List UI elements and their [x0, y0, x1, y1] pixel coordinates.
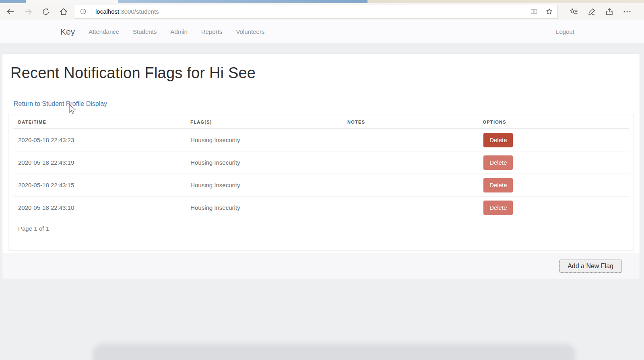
- refresh-button[interactable]: [37, 4, 55, 19]
- more-menu-button[interactable]: [618, 4, 636, 19]
- table-row: 2020-05-18 22:43:23 Housing Insecurity D…: [13, 129, 629, 151]
- back-arrow-icon: [6, 7, 15, 17]
- hub-star-list-icon: [569, 7, 579, 17]
- favorites-hub-button[interactable]: [565, 4, 583, 19]
- logout-link[interactable]: Logout: [556, 28, 574, 35]
- cell-flags: Housing Insecurity: [186, 182, 343, 188]
- tab-strip-segment: [26, 0, 118, 3]
- add-new-flag-button[interactable]: Add a New Flag: [559, 260, 621, 273]
- add-favorite-button[interactable]: [541, 6, 557, 18]
- content-card-body: Recent Notification Flags for Hi See Ret…: [2, 54, 640, 253]
- column-header-datetime: DATE/TIME: [13, 120, 186, 124]
- ellipsis-icon: [622, 7, 632, 17]
- cell-flags: Housing Insecurity: [186, 204, 343, 211]
- column-header-options: OPTIONS: [478, 120, 629, 124]
- nav-item-students[interactable]: Students: [133, 28, 157, 35]
- nav-item-attendance[interactable]: Attendance: [89, 28, 119, 35]
- home-icon: [59, 7, 68, 17]
- table-row: 2020-05-18 22:43:19 Housing Insecurity D…: [13, 151, 629, 174]
- site-info-icon[interactable]: [79, 8, 87, 15]
- share-button[interactable]: [601, 4, 618, 19]
- delete-button[interactable]: Delete: [483, 178, 513, 192]
- column-header-notes: NOTES: [343, 120, 478, 124]
- tab-strip-segment: [367, 0, 644, 3]
- delete-button[interactable]: Delete: [483, 201, 513, 215]
- cell-flags: Housing Insecurity: [186, 159, 343, 166]
- return-to-profile-link[interactable]: Return to Student Profile Display: [14, 100, 107, 108]
- table-row: 2020-05-18 22:43:15 Housing Insecurity D…: [13, 174, 629, 197]
- web-note-button[interactable]: [583, 4, 601, 19]
- reading-view-book-icon: [530, 7, 538, 16]
- page-title: Recent Notification Flags for Hi See: [10, 64, 634, 82]
- home-button[interactable]: [55, 4, 72, 19]
- nav-item-reports[interactable]: Reports: [201, 28, 223, 35]
- url-host: localhost: [95, 8, 119, 15]
- url-path: :3000/students: [119, 8, 159, 15]
- content-card: Recent Notification Flags for Hi See Ret…: [2, 54, 640, 279]
- browser-tab-strip: [0, 0, 644, 3]
- browser-toolbar: localhost:3000/students: [0, 3, 644, 20]
- cell-datetime: 2020-05-18 22:43:23: [13, 137, 186, 143]
- cell-flags: Housing Insecurity: [186, 137, 343, 143]
- url-text[interactable]: localhost:3000/students: [95, 8, 159, 15]
- flags-table: DATE/TIME FLAG(S) NOTES OPTIONS 2020-05-…: [8, 114, 634, 251]
- back-button[interactable]: [2, 4, 19, 19]
- table-row: 2020-05-18 22:43:10 Housing Insecurity D…: [13, 197, 629, 219]
- pen-icon: [587, 7, 597, 17]
- cell-datetime: 2020-05-18 22:43:19: [13, 159, 186, 166]
- forward-button[interactable]: [19, 4, 37, 19]
- forward-arrow-icon: [23, 7, 33, 17]
- nav-item-volunteers[interactable]: Volunteers: [236, 28, 264, 35]
- brand-logo[interactable]: Key: [60, 27, 75, 37]
- share-icon: [605, 7, 614, 17]
- address-bar-divider: [91, 8, 91, 16]
- nav-item-admin[interactable]: Admin: [170, 28, 188, 35]
- reading-view-button[interactable]: [526, 6, 541, 18]
- pagination-status: Page 1 of 1: [13, 219, 629, 250]
- tab-strip-segment: [118, 0, 367, 3]
- cell-datetime: 2020-05-18 22:43:15: [13, 182, 186, 188]
- address-bar[interactable]: localhost:3000/students: [75, 5, 558, 19]
- delete-button[interactable]: Delete: [483, 133, 513, 147]
- content-card-footer: Add a New Flag: [2, 253, 640, 279]
- delete-button[interactable]: Delete: [483, 155, 513, 170]
- cell-datetime: 2020-05-18 22:43:10: [13, 204, 186, 211]
- tab-strip-segment: [0, 0, 26, 3]
- column-header-flags: FLAG(S): [186, 120, 343, 124]
- app-navbar: Key Attendance Students Admin Reports Vo…: [0, 20, 644, 43]
- favorite-star-icon: [545, 7, 553, 16]
- bottom-shadow-overlay: [93, 344, 576, 360]
- refresh-icon: [41, 7, 51, 17]
- table-header-row: DATE/TIME FLAG(S) NOTES OPTIONS: [13, 114, 629, 129]
